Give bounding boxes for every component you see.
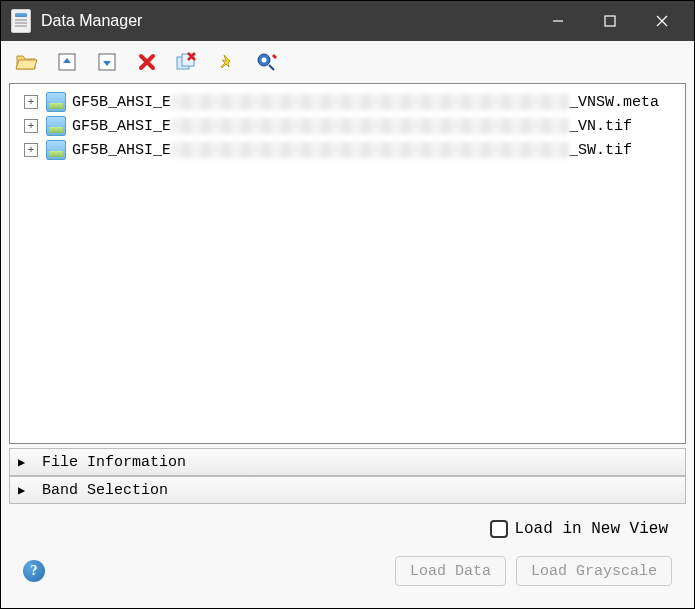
tree-item[interactable]: +GF5B_AHSI_E_SW.tif xyxy=(24,138,681,162)
content-area: +GF5B_AHSI_E_VNSW.meta+GF5B_AHSI_E_VN.ti… xyxy=(1,83,694,608)
file-tree[interactable]: +GF5B_AHSI_E_VNSW.meta+GF5B_AHSI_E_VN.ti… xyxy=(9,83,686,444)
raster-file-icon xyxy=(46,140,66,160)
chevron-right-icon: ▶ xyxy=(18,455,32,470)
open-folder-icon[interactable] xyxy=(13,48,41,76)
file-name-label: GF5B_AHSI_E_VN.tif xyxy=(72,118,632,135)
file-name-label: GF5B_AHSI_E_SW.tif xyxy=(72,142,632,159)
file-name-prefix: GF5B_AHSI_E xyxy=(72,94,171,111)
file-name-prefix: GF5B_AHSI_E xyxy=(72,118,171,135)
titlebar[interactable]: Data Manager xyxy=(1,1,694,41)
svg-point-9 xyxy=(262,58,267,63)
pixel-locator-icon[interactable] xyxy=(253,48,281,76)
file-name-label: GF5B_AHSI_E_VNSW.meta xyxy=(72,94,659,111)
raster-file-icon xyxy=(46,92,66,112)
close-all-icon[interactable] xyxy=(173,48,201,76)
minimize-button[interactable] xyxy=(532,1,584,41)
expand-down-icon[interactable] xyxy=(93,48,121,76)
tree-item[interactable]: +GF5B_AHSI_E_VN.tif xyxy=(24,114,681,138)
file-name-obscured xyxy=(171,118,569,134)
file-name-suffix: _SW.tif xyxy=(569,142,632,159)
load-in-new-view-checkbox[interactable] xyxy=(490,520,508,538)
help-icon[interactable]: ? xyxy=(23,560,45,582)
app-icon xyxy=(11,9,31,33)
window-title: Data Manager xyxy=(41,12,142,30)
collapse-up-icon[interactable] xyxy=(53,48,81,76)
raster-file-icon xyxy=(46,116,66,136)
chevron-right-icon: ▶ xyxy=(18,483,32,498)
load-grayscale-button[interactable]: Load Grayscale xyxy=(516,556,672,586)
file-name-obscured xyxy=(171,142,569,158)
file-name-suffix: _VN.tif xyxy=(569,118,632,135)
load-in-new-view-label: Load in New View xyxy=(514,520,668,538)
accordion-header[interactable]: ▶File Information xyxy=(9,448,686,476)
file-name-obscured xyxy=(171,94,569,110)
window-root: Data Manager xyxy=(0,0,695,609)
file-name-prefix: GF5B_AHSI_E xyxy=(72,142,171,159)
toolbar xyxy=(1,41,694,83)
accordion: ▶File Information▶Band Selection xyxy=(9,448,686,504)
pin-icon[interactable] xyxy=(213,48,241,76)
accordion-label: Band Selection xyxy=(42,482,168,499)
expand-icon[interactable]: + xyxy=(24,143,38,157)
accordion-header[interactable]: ▶Band Selection xyxy=(9,476,686,504)
delete-icon[interactable] xyxy=(133,48,161,76)
file-name-suffix: _VNSW.meta xyxy=(569,94,659,111)
expand-icon[interactable]: + xyxy=(24,95,38,109)
expand-icon[interactable]: + xyxy=(24,119,38,133)
tree-item[interactable]: +GF5B_AHSI_E_VNSW.meta xyxy=(24,90,681,114)
load-in-new-view-row: Load in New View xyxy=(9,504,686,552)
footer-buttons: ? Load Data Load Grayscale xyxy=(9,552,686,600)
load-data-button[interactable]: Load Data xyxy=(395,556,506,586)
accordion-label: File Information xyxy=(42,454,186,471)
maximize-button[interactable] xyxy=(584,1,636,41)
close-button[interactable] xyxy=(636,1,688,41)
svg-rect-1 xyxy=(605,16,615,26)
